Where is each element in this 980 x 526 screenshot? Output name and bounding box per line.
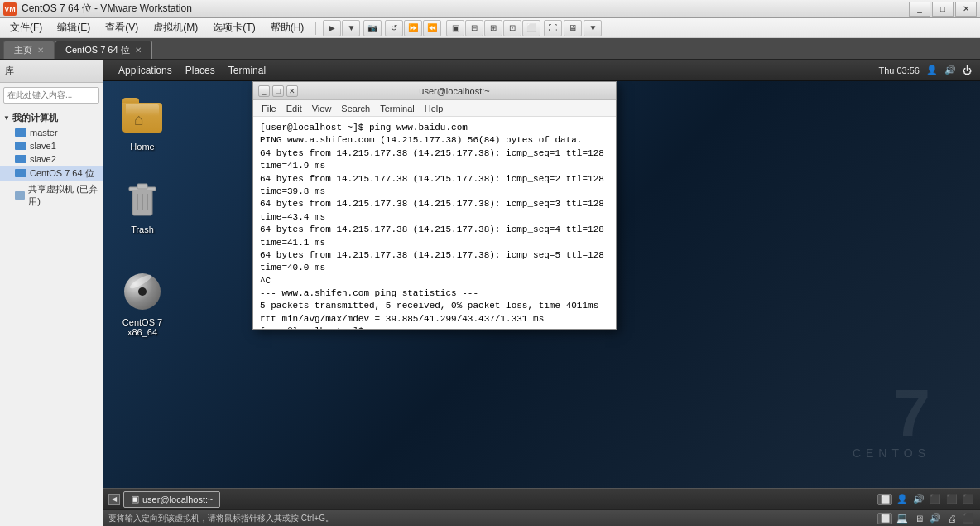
- gnome-users-icon[interactable]: 👤: [926, 65, 938, 75]
- vm-display-area[interactable]: Applications Places Terminal Thu 03:56 👤…: [103, 60, 980, 526]
- system-tray: ⬜ 👤 🔊 ⬛ ⬛ ⬛: [877, 493, 975, 506]
- sidebar-item-centos-label: CentOS 7 64 位: [30, 167, 94, 180]
- vmware-tray-2[interactable]: 🖥: [912, 512, 925, 525]
- toolbar-view-btn-2[interactable]: ⊟: [465, 20, 483, 36]
- terminal-line: 64 bytes from 14.215.177.38 (14.215.177.…: [260, 198, 609, 224]
- terminal-title: user@localhost:~: [298, 86, 611, 96]
- terminal-titlebar: _ □ ✕ user@localhost:~: [253, 82, 616, 100]
- tray-box-btn[interactable]: ⬜: [877, 494, 892, 505]
- toolbar-view-btn-1[interactable]: ▣: [446, 20, 464, 36]
- minimize-button[interactable]: _: [909, 2, 930, 17]
- terminal-menu-terminal[interactable]: Terminal: [375, 104, 420, 113]
- desktop-icon-home[interactable]: ⌂ Home: [113, 98, 171, 152]
- vmware-tray-3[interactable]: 🔊: [929, 512, 942, 525]
- toolbar-fullscreen-btn[interactable]: ⛶: [544, 20, 562, 36]
- status-message: 要将输入定向到该虚拟机，请将鼠标指针移入其或按 Ctrl+G。: [108, 513, 334, 524]
- terminal-line: PING www.a.shifen.com (14.215.177.38) 56…: [260, 134, 609, 147]
- terminal-menu-view[interactable]: View: [307, 104, 337, 113]
- tree-section-mypc-header[interactable]: ▼ 我的计算机: [0, 110, 103, 126]
- tray-icon-3[interactable]: ⬛: [929, 493, 942, 506]
- desktop-icon-cd[interactable]: CentOS 7 x86_64: [113, 272, 171, 338]
- toolbar-dropdown-btn[interactable]: ▼: [342, 20, 360, 36]
- main-content: 库 ▼ 我的计算机 master slave1: [0, 60, 980, 526]
- sidebar-item-centos[interactable]: CentOS 7 64 位: [0, 166, 103, 181]
- tab-centos-label: CentOS 7 64 位: [65, 44, 130, 56]
- vmware-tray-4[interactable]: 🖨: [945, 512, 958, 525]
- terminal-minimize-btn[interactable]: _: [258, 85, 270, 97]
- toolbar-view-btn-3[interactable]: ⊞: [484, 20, 502, 36]
- terminal-menu-search[interactable]: Search: [336, 104, 375, 113]
- toolbar-display-btn[interactable]: 🖥: [564, 20, 582, 36]
- taskbar-terminal-app[interactable]: ▣ user@localhost:~: [123, 491, 220, 508]
- sidebar-item-slave2[interactable]: slave2: [0, 152, 103, 166]
- sidebar-item-slave1[interactable]: slave1: [0, 139, 103, 152]
- vmware-tray-5[interactable]: ⬛: [962, 512, 975, 525]
- vmware-window: VM CentOS 7 64 位 - VMware Workstation _ …: [0, 0, 980, 526]
- terminal-line: 64 bytes from 14.215.177.38 (14.215.177.…: [260, 147, 609, 173]
- terminal-menu-file[interactable]: File: [257, 104, 281, 113]
- vmware-tray-box[interactable]: ⬜: [877, 513, 892, 524]
- terminal-line: rtt min/avg/max/mdev = 39.885/41.299/43.…: [260, 313, 609, 326]
- sidebar-item-slave1-label: slave1: [30, 141, 56, 151]
- tab-home-close[interactable]: ✕: [37, 46, 44, 55]
- terminal-menubar: File Edit View Search Terminal Help: [253, 100, 616, 117]
- cd-icon: [122, 273, 162, 313]
- gnome-topbar: Applications Places Terminal Thu 03:56 👤…: [103, 60, 980, 81]
- sidebar-item-master[interactable]: master: [0, 126, 103, 139]
- terminal-body[interactable]: [user@localhost ~]$ ping www.baidu.comPI…: [253, 117, 616, 329]
- sidebar-item-shared[interactable]: 共享虚拟机 (已弃用): [0, 181, 103, 210]
- terminal-line: 64 bytes from 14.215.177.38 (14.215.177.…: [260, 173, 609, 199]
- vmware-tray-1[interactable]: 💻: [896, 512, 909, 525]
- terminal-window[interactable]: _ □ ✕ user@localhost:~ File Edit View Se…: [252, 81, 617, 330]
- sidebar: 库 ▼ 我的计算机 master slave1: [0, 60, 103, 526]
- menu-vm[interactable]: 虚拟机(M): [147, 19, 204, 36]
- toolbar-btn-1[interactable]: ↺: [385, 20, 403, 36]
- svg-rect-2: [137, 184, 147, 189]
- terminal-wm-buttons: _ □ ✕: [258, 85, 298, 97]
- gnome-audio-icon[interactable]: 🔊: [944, 65, 956, 75]
- cd-hole: [138, 287, 147, 296]
- toolbar-btn-3[interactable]: ⏪: [423, 20, 441, 36]
- tray-icon-2[interactable]: 🔊: [912, 493, 925, 506]
- restore-button[interactable]: □: [932, 2, 954, 17]
- tray-icon-4[interactable]: ⬛: [945, 493, 958, 506]
- toolbar-view-btn-4[interactable]: ⊡: [503, 20, 521, 36]
- toolbar-dd-btn[interactable]: ▼: [584, 20, 602, 36]
- centos-brand-text: CENTOS: [853, 446, 930, 460]
- terminal-restore-btn[interactable]: □: [272, 85, 284, 97]
- sidebar-tree: ▼ 我的计算机 master slave1 slave2: [0, 107, 103, 527]
- tray-icon-1[interactable]: 👤: [896, 493, 909, 506]
- cd-wrapper: [122, 273, 162, 313]
- toolbar-power-btn[interactable]: ▶: [323, 20, 341, 36]
- toolbar-view-btn-5[interactable]: ⬜: [522, 20, 540, 36]
- terminal-close-btn[interactable]: ✕: [286, 85, 298, 97]
- gnome-menu-terminal[interactable]: Terminal: [222, 65, 272, 76]
- toolbar-snapshot-btn[interactable]: 📷: [363, 20, 382, 36]
- menu-view[interactable]: 查看(V): [98, 19, 145, 36]
- toolbar-btn-2[interactable]: ⏩: [404, 20, 422, 36]
- tray-icon-5[interactable]: ⬛: [962, 493, 975, 506]
- sidebar-header: 库: [0, 60, 103, 83]
- gnome-menu-places[interactable]: Places: [179, 65, 222, 76]
- menu-help[interactable]: 帮助(H): [264, 19, 311, 36]
- menu-tabs[interactable]: 选项卡(T): [206, 19, 262, 36]
- desktop-icon-trash[interactable]: Trash: [113, 181, 171, 235]
- tab-centos-close[interactable]: ✕: [135, 46, 142, 55]
- gnome-power-icon[interactable]: ⏻: [963, 65, 972, 75]
- menu-edit[interactable]: 编辑(E): [50, 19, 97, 36]
- sidebar-search-input[interactable]: [3, 87, 99, 104]
- gnome-menu-applications[interactable]: Applications: [112, 65, 179, 76]
- desktop-icon-cd-label: CentOS 7 x86_64: [113, 316, 171, 338]
- close-button[interactable]: ✕: [955, 2, 977, 17]
- tab-home[interactable]: 主页 ✕: [3, 41, 55, 59]
- terminal-menu-edit[interactable]: Edit: [281, 104, 307, 113]
- taskbar-left-arrow[interactable]: ◀: [108, 494, 120, 505]
- menu-file[interactable]: 文件(F): [3, 19, 49, 36]
- terminal-line: 5 packets transmitted, 5 received, 0% pa…: [260, 300, 609, 312]
- tab-centos[interactable]: CentOS 7 64 位 ✕: [55, 41, 152, 59]
- vmware-tray: ⬜ 💻 🖥 🔊 🖨 ⬛: [877, 512, 975, 525]
- desktop[interactable]: 7 CENTOS ⌂ Home: [103, 81, 980, 509]
- terminal-line: 64 bytes from 14.215.177.38 (14.215.177.…: [260, 249, 609, 275]
- terminal-menu-help[interactable]: Help: [420, 104, 449, 113]
- cd-circle: [124, 273, 161, 310]
